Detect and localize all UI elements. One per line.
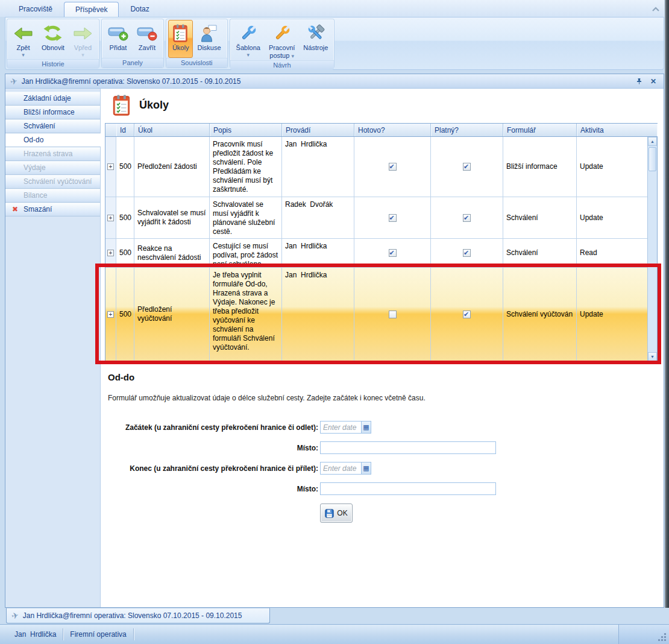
- save-floppy-icon: [325, 509, 334, 518]
- table-row[interactable]: + 500 Reakce na neschválení žádosti Cest…: [105, 239, 647, 268]
- column-header-aktivita[interactable]: Aktivita: [577, 124, 657, 136]
- cell-id: 500: [116, 137, 134, 197]
- workflow-button[interactable]: Pracovní postup ▾: [265, 20, 299, 60]
- platny-checkbox[interactable]: [463, 163, 471, 171]
- table-row[interactable]: + 500 Předložení žádosti Pracovník musí …: [105, 137, 647, 197]
- sidebar-item-blizsi-informace[interactable]: Bližší informace: [5, 106, 100, 119]
- sidebar-item-hrazena-strava: Hrazená strava: [5, 147, 100, 161]
- section-header: Úkoly: [113, 95, 169, 116]
- tab-dotaz[interactable]: Dotaz: [119, 1, 160, 17]
- hotovo-checkbox[interactable]: [389, 163, 397, 171]
- status-user: Jan Hrdlička: [14, 630, 56, 639]
- form-row-misto2: Místo:: [108, 482, 496, 495]
- cell-aktivita: Update: [577, 137, 647, 197]
- cell-ukol: Schvalovatel se musí vyjádřit k žádosti: [134, 197, 210, 238]
- ribbon-group-souvislosti: Úkoly Diskuse Souvislosti: [166, 19, 228, 68]
- template-button[interactable]: Šablona ▾: [232, 20, 265, 60]
- tasks-section-icon: [113, 95, 131, 116]
- tab-pracoviste[interactable]: Pracoviště: [7, 1, 64, 17]
- ribbon-group-label: Návrh: [230, 60, 334, 70]
- tools-button[interactable]: Nástroje: [299, 20, 332, 60]
- platny-checkbox[interactable]: [463, 311, 471, 318]
- column-header-hotovo[interactable]: Hotovo?: [354, 124, 431, 136]
- tasks-panel-button[interactable]: Úkoly: [168, 20, 193, 58]
- column-header-platny[interactable]: Platný?: [431, 124, 503, 136]
- cell-aktivita: Read: [577, 239, 647, 267]
- column-header-id[interactable]: Id: [116, 124, 134, 136]
- ribbon-group-label: Souvislosti: [166, 58, 227, 68]
- vertical-scrollbar[interactable]: ▲ ▼: [647, 137, 657, 361]
- close-panel-x-button[interactable]: ✕: [648, 77, 659, 86]
- sidebar-item-od-do[interactable]: Od-do: [5, 133, 101, 147]
- table-row[interactable]: + 500 Schvalovatel se musí vyjádřit k žá…: [105, 197, 647, 239]
- pin-button[interactable]: [633, 77, 644, 86]
- row-expand-button[interactable]: +: [107, 250, 114, 256]
- platny-checkbox[interactable]: [463, 249, 471, 257]
- konec-label: Konec (u zahraniční cesty překročení hra…: [108, 464, 320, 473]
- column-header-provadi[interactable]: Provádí: [282, 124, 354, 136]
- close-icon: ✕: [650, 77, 656, 86]
- form-row-misto1: Místo:: [108, 441, 496, 454]
- back-button[interactable]: Zpět ▾: [9, 20, 37, 59]
- scroll-up-button[interactable]: ▲: [648, 137, 657, 146]
- chevron-up-icon: [651, 6, 661, 13]
- status-bar: Jan Hrdlička Firemní operativa: [0, 624, 669, 644]
- cell-provadi: Jan Hrdlička: [282, 268, 354, 361]
- calendar-icon: ▦: [363, 423, 369, 431]
- form-title: Od-do: [108, 372, 134, 382]
- zacatek-date-input[interactable]: [320, 421, 361, 434]
- column-header-formular[interactable]: Formulář: [503, 124, 577, 136]
- ribbon-group-label: Historie: [7, 59, 99, 69]
- cell-provadi: Jan Hrdlička: [282, 239, 354, 267]
- tasks-table: Id Úkol Popis Provádí Hotovo? Platný? Fo…: [105, 123, 658, 362]
- konec-date-input[interactable]: [320, 462, 361, 475]
- misto1-input[interactable]: [320, 441, 496, 454]
- cell-ukol: Předložení žádosti: [134, 137, 210, 197]
- column-header-ukol[interactable]: Úkol: [134, 124, 210, 136]
- cell-id: 500: [116, 268, 134, 361]
- platny-checkbox[interactable]: [463, 214, 471, 222]
- discussion-panel-button[interactable]: Diskuse: [193, 20, 225, 58]
- sidebar-item-schvaleni[interactable]: Schválení: [5, 119, 100, 133]
- airplane-icon: ✈: [9, 75, 18, 86]
- cell-popis: Cestující se musí podívat, proč žádost n…: [210, 239, 282, 267]
- zacatek-label: Začátek (u zahraniční cesty překročení h…: [108, 423, 320, 432]
- table-row-selected[interactable]: + 500 Předložení vyúčtování Je třeba vyp…: [105, 268, 647, 361]
- scroll-down-button[interactable]: ▼: [648, 352, 657, 361]
- discussion-person-icon: [201, 22, 218, 44]
- cell-provadi: Jan Hrdlička: [282, 137, 354, 197]
- resize-grip[interactable]: [658, 633, 667, 642]
- content-area: Úkoly Id Úkol Popis Provádí Hotovo? Plat…: [101, 89, 664, 607]
- tab-prispevek[interactable]: Příspěvek: [64, 2, 119, 17]
- row-expand-button[interactable]: +: [107, 311, 114, 318]
- cell-id: 500: [116, 239, 134, 267]
- ribbon-group-historie: Zpět ▾ Obnovit Vpřed: [7, 19, 99, 68]
- sidebar-item-smazani[interactable]: ✖ Smazání: [5, 203, 100, 216]
- ribbon-group-navrh: Šablona ▾ Pracovní postup ▾: [230, 19, 335, 68]
- pin-icon: [636, 78, 642, 85]
- ribbon-tab-bar: Pracoviště Příspěvek Dotaz: [0, 0, 664, 17]
- form-row-zacatek: Začátek (u zahraniční cesty překročení h…: [108, 421, 371, 434]
- ok-button[interactable]: OK: [320, 504, 353, 523]
- misto-label: Místo:: [108, 485, 320, 493]
- sidebar-item-zakladni-udaje[interactable]: Základní údaje: [5, 92, 100, 106]
- scrollbar-thumb[interactable]: [649, 147, 656, 171]
- add-panel-button[interactable]: Přidat: [104, 20, 133, 58]
- hotovo-checkbox[interactable]: [389, 214, 397, 222]
- hotovo-checkbox[interactable]: [389, 311, 397, 318]
- document-tab[interactable]: ✈ Jan Hrdlička@firemní operativa: Sloven…: [6, 608, 270, 623]
- panel-title: Jan Hrdlička@firemní operativa: Slovensk…: [22, 77, 241, 86]
- cell-popis: Je třeba vyplnit formuláře Od-do, Hrazen…: [210, 268, 282, 361]
- ribbon-collapse-button[interactable]: [651, 5, 661, 12]
- column-header-popis[interactable]: Popis: [210, 124, 282, 136]
- misto2-input[interactable]: [320, 482, 496, 495]
- hotovo-checkbox[interactable]: [389, 249, 397, 257]
- calendar-button[interactable]: ▦: [361, 462, 371, 475]
- calendar-button[interactable]: ▦: [361, 421, 371, 434]
- refresh-button[interactable]: Obnovit: [37, 20, 69, 59]
- close-panel-button[interactable]: Zavřít: [133, 20, 162, 58]
- sidebar: Základní údaje Bližší informace Schválen…: [5, 89, 101, 607]
- cell-aktivita: Update: [577, 197, 647, 238]
- row-expand-button[interactable]: +: [107, 163, 114, 170]
- row-expand-button[interactable]: +: [107, 215, 114, 221]
